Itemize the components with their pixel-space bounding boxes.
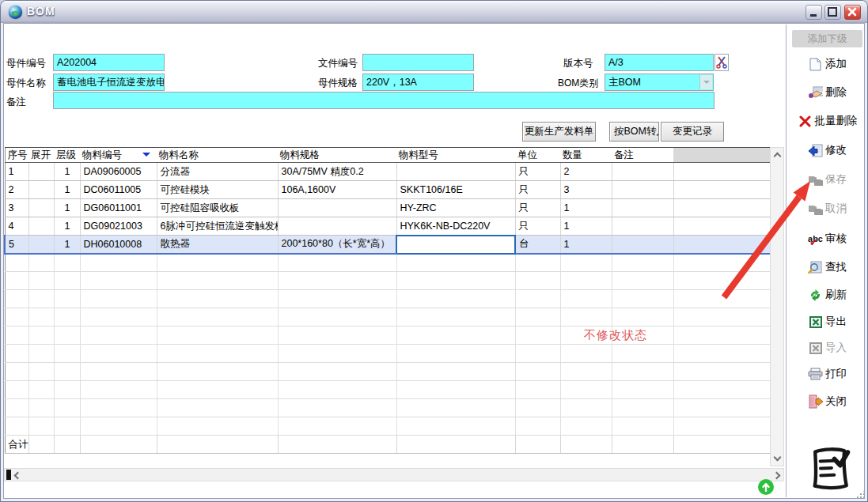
empty-cell <box>612 417 673 436</box>
col-item-model[interactable]: 物料型号 <box>396 148 515 163</box>
scroll-down-button[interactable] <box>772 454 783 464</box>
empty-cell <box>612 254 673 272</box>
sort-descending-icon[interactable] <box>142 153 150 160</box>
sidebar-button-modify[interactable]: 修改 <box>789 141 866 160</box>
minimize-button[interactable] <box>805 5 822 20</box>
change-log-button[interactable]: 变更记录 <box>661 122 724 142</box>
col-unit[interactable]: 单位 <box>515 148 560 163</box>
col-item-no[interactable]: 物料编号 <box>80 148 157 163</box>
cell <box>28 181 54 199</box>
empty-cell <box>515 417 560 436</box>
table-row-selected[interactable]: 51DH06010008散热器200*160*80（长*宽*高）台1 <box>5 236 771 254</box>
sidebar-button-save[interactable]: 保存 <box>789 170 866 189</box>
import-icon <box>808 341 823 355</box>
version-field[interactable]: A/3 <box>605 54 714 71</box>
sidebar-button-print[interactable]: 打印 <box>789 364 866 383</box>
sidebar-item-label: 查找 <box>825 260 847 274</box>
sidebar-item-label: 打印 <box>825 367 847 381</box>
hscrollbar-thumb[interactable] <box>6 470 11 480</box>
empty-cell <box>560 417 612 436</box>
bom-transfer-button[interactable]: 按BOM转入 <box>609 122 659 142</box>
empty-cell <box>396 363 515 381</box>
empty-cell <box>28 399 54 417</box>
title-bar[interactable]: BOM <box>1 1 867 23</box>
cell: HYK6K-NB-DC220V <box>396 217 515 236</box>
col-qty[interactable]: 数量 <box>560 148 612 163</box>
cell: 4 <box>5 217 28 236</box>
empty-cell <box>80 381 157 399</box>
cell: 106A,1600V <box>278 181 396 199</box>
sidebar-button-audit[interactable]: abc✔ 审核 <box>789 229 866 248</box>
empty-cell <box>396 290 515 308</box>
edit-version-button[interactable] <box>714 54 729 71</box>
sidebar-button-export[interactable]: 导出 <box>789 312 866 331</box>
empty-cell <box>5 381 28 399</box>
table-row[interactable]: 41DG090210036脉冲可控硅恒流逆变触发板HYK6K-NB-DC220V… <box>5 217 771 236</box>
sidebar-button-refresh[interactable]: 刷新 <box>789 285 866 304</box>
col-seq[interactable]: 序号 <box>5 148 28 163</box>
cell: 1 <box>54 163 80 181</box>
cell <box>28 217 54 236</box>
scroll-up-button[interactable] <box>772 149 783 160</box>
cell: 分流器 <box>157 163 278 181</box>
parent-no-field[interactable]: A202004 <box>53 54 165 71</box>
empty-cell <box>515 326 560 345</box>
cell: 2 <box>5 181 28 199</box>
empty-cell <box>612 363 673 381</box>
empty-cell <box>80 417 157 436</box>
sidebar-button-close[interactable]: 关闭 <box>789 392 866 411</box>
empty-cell <box>673 363 771 381</box>
doc-no-field[interactable] <box>362 54 474 71</box>
sidebar-button-add[interactable]: 添加 <box>789 55 866 74</box>
add-child-button[interactable]: 添加下级 <box>792 30 862 47</box>
chevron-down-icon[interactable] <box>699 75 712 89</box>
update-production-issue-button[interactable]: 更新生产发料单 <box>522 122 596 142</box>
maximize-icon <box>825 6 840 19</box>
col-remark[interactable]: 备注 <box>612 148 673 163</box>
sidebar-button-batch-delete[interactable]: 批量删除 <box>789 111 866 130</box>
save-icon <box>808 172 823 187</box>
cell <box>28 436 54 454</box>
table-row[interactable]: 31DG06011001可控硅阻容吸收板HY-ZRC只1 <box>5 199 771 217</box>
col-expand[interactable]: 展开 <box>28 148 54 163</box>
bom-table-body: 11DA09060005分流器30A/75MV 精度0.2只2 21DC0601… <box>5 163 771 454</box>
empty-cell <box>673 417 771 436</box>
scroll-right-button[interactable] <box>773 472 781 480</box>
cell: 可控硅阻容吸收板 <box>157 199 278 217</box>
cell <box>157 436 278 454</box>
cell <box>560 436 612 454</box>
col-level[interactable]: 层级 <box>54 148 80 163</box>
sidebar-button-delete[interactable]: 删除 <box>789 83 866 102</box>
cell <box>673 236 771 254</box>
bom-type-label: BOM类别 <box>558 77 598 90</box>
empty-cell <box>5 363 28 381</box>
cell: 散热器 <box>157 236 278 254</box>
cell <box>612 236 673 254</box>
remark-field[interactable] <box>53 92 714 109</box>
scroll-left-button[interactable] <box>14 472 22 480</box>
close-button[interactable] <box>844 5 861 20</box>
vertical-scrollbar[interactable] <box>770 147 784 466</box>
col-item-name[interactable]: 物料名称 <box>157 148 278 163</box>
horizontal-scrollbar[interactable] <box>4 468 784 481</box>
sidebar-button-find[interactable]: 查找 <box>789 258 866 277</box>
empty-cell <box>560 381 612 399</box>
parent-name-field[interactable]: 蓄电池电子恒流逆变放电 <box>53 74 165 91</box>
empty-cell <box>80 254 157 272</box>
scissors-icon <box>715 55 728 70</box>
empty-row <box>5 345 771 363</box>
maximize-button[interactable] <box>824 5 841 20</box>
col-item-spec[interactable]: 物料规格 <box>278 148 396 163</box>
delete-icon <box>808 85 823 100</box>
editing-cell[interactable] <box>396 236 515 254</box>
bom-table: 序号 展开 层级 物料编号 物料名称 物料规格 物料型号 单位 数量 备注 11… <box>4 147 771 454</box>
empty-cell <box>396 381 515 399</box>
table-row[interactable]: 11DA09060005分流器30A/75MV 精度0.2只2 <box>5 163 771 181</box>
sidebar-button-cancel[interactable]: 取消 <box>789 199 866 218</box>
empty-cell <box>28 345 54 363</box>
parent-spec-field[interactable]: 220V，13A <box>362 74 474 91</box>
sidebar-button-import[interactable]: 导入 <box>789 338 866 357</box>
table-row[interactable]: 21DC06011005可控硅模块106A,1600VSKKT106/16E只3 <box>5 181 771 199</box>
resize-grip[interactable] <box>856 491 864 499</box>
bom-type-select[interactable]: 主BOM <box>605 74 714 91</box>
